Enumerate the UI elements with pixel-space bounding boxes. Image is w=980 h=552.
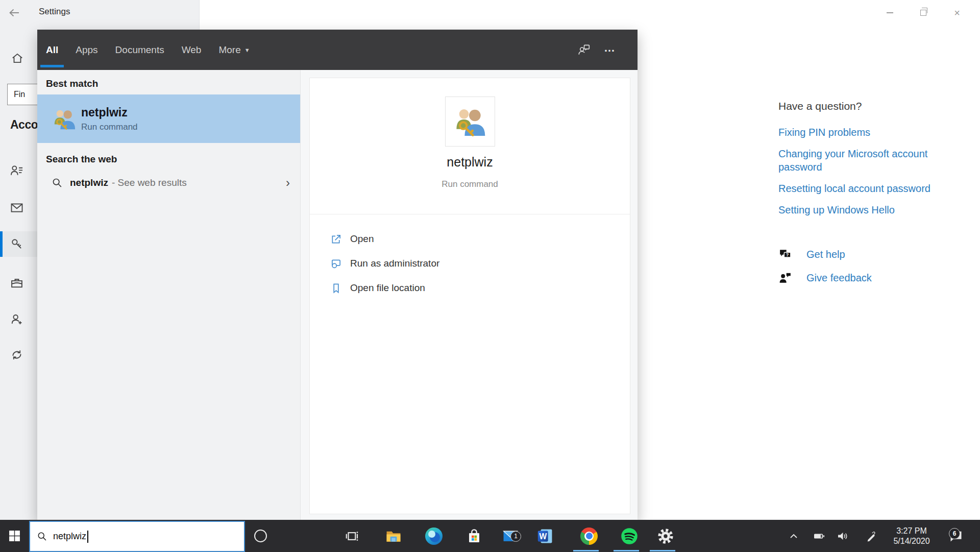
best-match-result[interactable]: netplwiz Run command: [37, 94, 300, 143]
chevron-up-icon: [789, 531, 799, 541]
tray-show-hidden-button[interactable]: [785, 520, 802, 552]
search-web-heading: Search the web: [46, 154, 117, 165]
get-help-button[interactable]: ? Get help: [778, 248, 954, 260]
window-title: Settings: [39, 7, 70, 17]
search-flyout-header: All Apps Documents Web More ▼ …: [37, 30, 638, 70]
help-link-reset-local-password[interactable]: Resetting local account password: [778, 182, 950, 195]
clock-date: 5/14/2020: [893, 536, 929, 546]
word-button[interactable]: W: [533, 520, 557, 552]
sidebar-item-sync-settings[interactable]: [10, 348, 24, 362]
find-setting-text: Fin: [14, 90, 25, 99]
briefcase-icon: [10, 276, 24, 290]
restore-icon: [920, 10, 926, 16]
close-icon: ×: [954, 8, 960, 18]
taskbar: netplwiz: [0, 520, 980, 552]
battery-icon: [813, 530, 825, 542]
search-icon: [52, 177, 63, 188]
action-run-as-admin-label: Run as administrator: [350, 258, 439, 269]
sidebar-item-family-users[interactable]: [10, 312, 24, 326]
help-link-windows-hello[interactable]: Setting up Windows Hello: [778, 203, 950, 217]
edge-icon: [425, 527, 443, 545]
action-run-as-admin[interactable]: Run as administrator: [310, 251, 630, 276]
volume-button[interactable]: [834, 520, 851, 552]
best-match-title: netplwiz: [81, 106, 138, 119]
minimize-button[interactable]: [873, 0, 906, 26]
web-query: netplwiz: [70, 177, 108, 188]
sidebar-item-email-accounts[interactable]: [10, 201, 24, 215]
store-button[interactable]: [462, 520, 486, 552]
spotify-open-indicator: [614, 550, 639, 551]
preview-icon-box: [445, 97, 495, 147]
person-plus-icon: [10, 312, 24, 326]
your-info-icon: [10, 163, 24, 178]
close-button[interactable]: ×: [940, 0, 974, 26]
web-suffix: - See web results: [112, 177, 187, 188]
cortana-icon: [254, 530, 267, 542]
ellipsis-icon: …: [604, 41, 616, 54]
search-results-panel: Best match netplwiz Run command Search t…: [37, 70, 301, 520]
key-icon: [10, 237, 24, 251]
notification-count-badge: 6: [949, 528, 960, 539]
search-icon: [37, 531, 47, 542]
tab-documents[interactable]: Documents: [115, 30, 164, 70]
word-glyph: W: [539, 532, 547, 541]
action-center-button[interactable]: 6: [942, 520, 970, 552]
tab-web[interactable]: Web: [182, 30, 202, 70]
gear-icon: [657, 527, 674, 545]
sidebar-item-home[interactable]: [11, 52, 24, 65]
feedback-person-icon: [778, 272, 792, 284]
task-view-button[interactable]: [340, 520, 364, 552]
tab-apps[interactable]: Apps: [76, 30, 97, 70]
sidebar-item-your-info[interactable]: [10, 163, 24, 178]
chevron-right-icon[interactable]: ›: [286, 176, 290, 190]
give-feedback-label: Give feedback: [806, 272, 872, 284]
minimize-icon: [887, 12, 893, 13]
action-open-file-location[interactable]: Open file location: [310, 276, 630, 300]
battery-button[interactable]: [811, 520, 828, 552]
taskbar-search-input[interactable]: netplwiz: [29, 521, 245, 552]
mail-icon-wrap: 1: [502, 527, 519, 545]
spotify-button[interactable]: [618, 520, 641, 552]
web-result-row[interactable]: netplwiz - See web results ›: [37, 167, 300, 199]
netplwiz-users-icon-large: [454, 105, 486, 138]
search-options-button[interactable]: …: [604, 43, 621, 53]
search-flyout-body: Best match netplwiz Run command Search t…: [37, 70, 638, 520]
search-account-button[interactable]: [577, 43, 591, 56]
settings-open-indicator: [650, 550, 675, 551]
best-match-heading: Best match: [46, 78, 98, 89]
sidebar-item-sign-in-options[interactable]: [10, 237, 24, 251]
preview-subtitle: Run command: [310, 179, 630, 189]
help-link-change-ms-password[interactable]: Changing your Microsoft account password: [778, 147, 950, 174]
cortana-button[interactable]: [249, 520, 272, 552]
tab-all[interactable]: All: [46, 30, 58, 70]
file-explorer-button[interactable]: [382, 520, 405, 552]
get-help-label: Get help: [806, 249, 845, 260]
spotify-icon: [620, 527, 639, 545]
tab-more[interactable]: More ▼: [218, 30, 250, 70]
action-open[interactable]: Open: [310, 227, 630, 251]
person-chat-icon: [577, 43, 591, 56]
restore-button[interactable]: [906, 0, 940, 26]
mail-button[interactable]: 1: [499, 520, 522, 552]
chrome-button[interactable]: [577, 520, 601, 552]
help-link-fixing-pin[interactable]: Fixing PIN problems: [778, 126, 950, 139]
back-arrow-icon: [8, 7, 20, 18]
action-center-icon-wrap: 6: [949, 529, 963, 543]
pen-workspace-button[interactable]: [863, 520, 880, 552]
search-tabs: All Apps Documents Web More ▼: [46, 30, 267, 70]
best-match-text: netplwiz Run command: [81, 106, 138, 132]
start-button[interactable]: [0, 520, 29, 552]
edge-button[interactable]: [422, 520, 446, 552]
netplwiz-users-icon: [53, 107, 76, 131]
clock[interactable]: 3:27 PM 5/14/2020: [886, 520, 937, 552]
question-mark-glyph: ?: [786, 252, 789, 257]
chrome-open-indicator: [573, 550, 599, 551]
give-feedback-button[interactable]: Give feedback: [778, 272, 954, 284]
settings-taskbar-button[interactable]: [654, 520, 677, 552]
text-caret: [87, 531, 88, 543]
search-flyout: All Apps Documents Web More ▼ … Best mat…: [37, 30, 638, 520]
back-button[interactable]: [8, 7, 20, 18]
email-icon: [10, 201, 24, 215]
taskbar-search-value: netplwiz: [53, 531, 86, 542]
sidebar-item-work-access[interactable]: [10, 276, 24, 290]
